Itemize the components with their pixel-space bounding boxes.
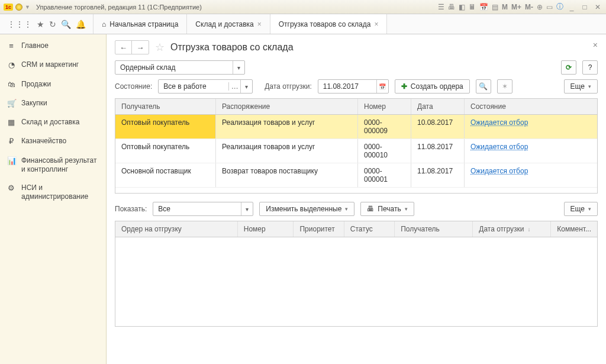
chevron-down-icon[interactable]: ▾ [241, 202, 253, 215]
tab-warehouse[interactable]: Склад и доставка × [187, 14, 270, 34]
sidebar-item-label: Склад и доставка [21, 118, 79, 127]
col-priority[interactable]: Приоритет [294, 221, 344, 237]
info-icon[interactable]: ⓘ [556, 2, 563, 12]
col-comment[interactable]: Коммент... [551, 221, 597, 237]
refresh-icon: ⟳ [566, 63, 572, 72]
show-select[interactable]: Все ▾ [153, 202, 253, 216]
sidebar-item-6[interactable]: 📊Финансовый результат и контроллинг [0, 152, 106, 179]
change-selected-button[interactable]: Изменить выделенные ▾ [259, 202, 354, 216]
memory-m[interactable]: M [502, 3, 508, 11]
toolbar-icon[interactable]: ☰ [438, 3, 444, 11]
sidebar-item-4[interactable]: ▦Склад и доставка [0, 113, 106, 132]
sidebar-item-5[interactable]: ₽Казначейство [0, 132, 106, 151]
sidebar-item-1[interactable]: ◔CRM и маркетинг [0, 56, 106, 75]
chevron-down-icon: ▾ [345, 206, 348, 212]
chevron-down-icon[interactable]: ▾ [233, 61, 244, 74]
search-icon[interactable]: 🔍 [61, 20, 71, 29]
dropdown-icon[interactable]: ▼ [25, 4, 30, 10]
chevron-down-icon[interactable]: ▾ [240, 80, 252, 93]
page-title: Отгрузка товаров со склада [170, 42, 294, 53]
refresh-button[interactable]: ⟳ [561, 60, 576, 75]
tab-shipment[interactable]: Отгрузка товаров со склада × [270, 14, 388, 34]
state-select[interactable]: Все в работе … ▾ [158, 79, 253, 94]
col-ship-order[interactable]: Ордер на отгрузку [115, 221, 238, 237]
warehouse-select[interactable]: Ордерный склад ▾ [115, 60, 245, 75]
sidebar-icon: ≡ [7, 41, 15, 51]
sidebar-item-0[interactable]: ≡Главное [0, 37, 106, 56]
col-recipient[interactable]: Получатель [115, 99, 216, 114]
grid-header: Получатель Распоряжение Номер Дата Состо… [115, 99, 597, 115]
cell-number: 0000-000010 [358, 139, 411, 163]
col-order[interactable]: Распоряжение [216, 99, 358, 114]
app-orb-icon[interactable] [15, 4, 22, 11]
date-value: 11.08.2017 [323, 82, 376, 91]
more-label: Еще [570, 205, 585, 213]
grid2-header: Ордер на отгрузку Номер Приоритет Статус… [115, 221, 597, 237]
col-status[interactable]: Статус [344, 221, 395, 237]
state-link[interactable]: Ожидается отбор [470, 118, 528, 127]
sidebar-item-2[interactable]: 🛍Продажи [0, 75, 106, 94]
window-close[interactable]: ✕ [593, 3, 602, 11]
print-icon[interactable]: 🖶 [448, 3, 455, 11]
window-maximize[interactable]: □ [580, 3, 589, 11]
nav-back-button[interactable]: ← [115, 41, 132, 54]
history-icon[interactable]: ↻ [49, 20, 56, 29]
change-selected-label: Изменить выделенные [266, 205, 341, 213]
tab-label: Склад и доставка [195, 20, 253, 28]
more-button-2[interactable]: Еще ▾ [564, 202, 598, 216]
memory-mminus[interactable]: M- [525, 3, 533, 11]
toolbar-icon[interactable]: ◧ [459, 3, 465, 11]
cell-order: Реализация товаров и услуг [216, 139, 358, 163]
clear-filter-button[interactable]: ✶ [497, 79, 512, 94]
calendar-icon[interactable]: 📅 [479, 3, 488, 11]
state-link[interactable]: Ожидается отбор [470, 167, 528, 175]
create-orders-button[interactable]: ✚ Создать ордера [395, 79, 470, 94]
table-row[interactable]: Оптовый покупательРеализация товаров и у… [115, 115, 597, 139]
sidebar-item-label: Продажи [21, 80, 51, 89]
tab-label: Отгрузка товаров со склада [279, 20, 371, 28]
help-button[interactable]: ? [582, 60, 598, 75]
nav-forward-button[interactable]: → [132, 41, 149, 54]
col-date[interactable]: Дата [411, 99, 465, 114]
more-label: Еще [570, 82, 585, 91]
calendar-icon[interactable]: 📅 [376, 80, 388, 93]
favorite-star-icon[interactable]: ☆ [155, 41, 165, 54]
close-icon[interactable]: × [374, 20, 378, 28]
col-ship-date[interactable]: Дата отгрузки ↓ [473, 221, 551, 237]
filter-off-icon: ✶ [502, 82, 508, 91]
tab-label: Начальная страница [109, 20, 178, 28]
col-number2[interactable]: Номер [238, 221, 294, 237]
toolbar-icon[interactable]: ▭ [546, 3, 553, 11]
star-icon[interactable]: ★ [37, 20, 44, 29]
home-icon: ⌂ [102, 20, 106, 28]
find-button[interactable]: 🔍 [476, 79, 491, 94]
ship-date-input[interactable]: 11.08.2017 📅 [318, 79, 389, 94]
sidebar-item-3[interactable]: 🛒Закупки [0, 94, 106, 113]
calc-icon[interactable]: 🖩 [469, 3, 476, 11]
sidebar-icon: 🛍 [7, 80, 15, 89]
print-icon: 🖶 [367, 205, 374, 213]
cell-order: Возврат товаров поставщику [216, 163, 358, 187]
page-close-icon[interactable]: × [593, 40, 598, 50]
toolbar-icon[interactable]: ▤ [492, 3, 498, 11]
cell-state: Ожидается отбор [465, 115, 597, 138]
tab-home[interactable]: ⌂ Начальная страница [94, 14, 187, 34]
table-row[interactable]: Основной поставщикВозврат товаров постав… [115, 163, 597, 188]
table-row[interactable]: Оптовый покупательРеализация товаров и у… [115, 139, 597, 163]
apps-icon[interactable]: ⋮⋮⋮ [7, 20, 32, 29]
col-state[interactable]: Состояние [465, 99, 597, 114]
toolbar-icon[interactable]: ⊕ [537, 3, 543, 11]
date-label: Дата отгрузки: [265, 82, 312, 91]
print-button[interactable]: 🖶 Печать ▾ [360, 202, 414, 216]
col-recipient2[interactable]: Получатель [395, 221, 473, 237]
more-button-1[interactable]: Еще ▾ [564, 79, 598, 94]
bell-icon[interactable]: 🔔 [76, 20, 86, 29]
memory-mplus[interactable]: M+ [511, 3, 521, 11]
window-minimize[interactable]: _ [567, 3, 576, 11]
state-link[interactable]: Ожидается отбор [470, 143, 528, 151]
col-number[interactable]: Номер [358, 99, 411, 114]
sidebar-item-7[interactable]: ⚙НСИ и администрирование [0, 179, 106, 206]
main-content: × ← → ☆ Отгрузка товаров со склада Ордер… [107, 34, 606, 364]
close-icon[interactable]: × [257, 20, 262, 28]
ellipsis-icon[interactable]: … [228, 82, 240, 91]
